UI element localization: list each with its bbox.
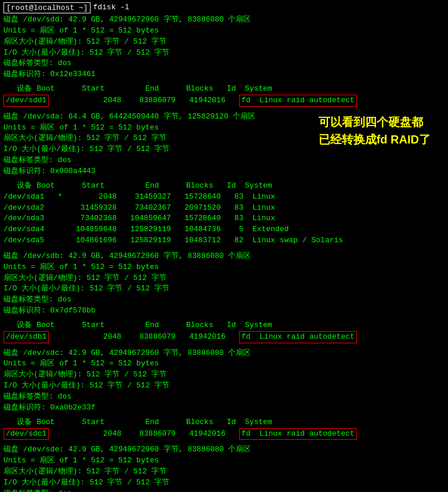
sdc-units: Units = 扇区 of 1 * 512 = 512 bytes bbox=[3, 358, 445, 369]
sdc-table-header: 设备 Boot Start End Blocks Id System bbox=[3, 417, 445, 428]
sda-id: 磁盘标识符: 0x000a4443 bbox=[3, 166, 445, 177]
sdc-row-1: /dev/sdc1 2048 83886079 41942016 fd Linu… bbox=[3, 428, 445, 440]
sdc-header-1: 磁盘 /dev/sdc: 42.9 GB, 42949672960 字节, 83… bbox=[3, 348, 445, 359]
sdd-units: Units = 扇区 of 1 * 512 = 512 bytes bbox=[3, 26, 445, 37]
sdb1-system-highlight: fd Linux raid autodetect bbox=[239, 331, 357, 343]
sdb-sector: 扇区大小(逻辑/物理): 512 字节 / 512 字节 bbox=[3, 273, 445, 284]
sdd1-system-highlight: fd Linux raid autodetect bbox=[239, 95, 357, 107]
section-sdb: 磁盘 /dev/sdb: 42.9 GB, 42949672960 字节, 83… bbox=[3, 251, 445, 343]
sdd-id: 磁盘标识符: 0x12e33461 bbox=[3, 69, 445, 80]
sda-label: 磁盘标签类型: dos bbox=[3, 155, 445, 166]
sdb1-device-highlight: /dev/sdb1 bbox=[3, 331, 49, 343]
sdd-io: I/O 大小(最小/最佳): 512 字节 / 512 字节 bbox=[3, 48, 445, 59]
section-sdc: 磁盘 /dev/sdc: 42.9 GB, 42949672960 字节, 83… bbox=[3, 348, 445, 440]
sdd1-device-highlight: /dev/sdd1 bbox=[3, 95, 49, 107]
sdb-id: 磁盘标识符: 0x7df578bb bbox=[3, 306, 445, 317]
sdb-label: 磁盘标签类型: dos bbox=[3, 295, 445, 306]
prompt-line: [root@localhost ~] fdisk -l bbox=[3, 2, 445, 13]
sdd-header-1: 磁盘 /dev/sdd: 42.9 GB, 42949672960 字节, 83… bbox=[3, 15, 445, 26]
sda-row-3: /dev/sda3 73402368 104859647 15728640 83… bbox=[3, 213, 445, 224]
sde-sector: 扇区大小(逻辑/物理): 512 字节 / 512 字节 bbox=[3, 466, 445, 477]
sdd-table-header: 设备 Boot Start End Blocks Id System bbox=[3, 84, 445, 95]
command-text: fdisk -l bbox=[93, 2, 129, 13]
sde-header-1: 磁盘 /dev/sde: 42.9 GB, 42949672960 字节, 83… bbox=[3, 444, 445, 455]
sdc-label: 磁盘标签类型: dos bbox=[3, 392, 445, 403]
sde-label: 磁盘标签类型: dos bbox=[3, 489, 445, 492]
annotation-text: 可以看到四个硬盘都 已经转换成fd RAID了 bbox=[319, 113, 431, 148]
sda-row-4: /dev/sda4 104859648 125829119 10484736 5… bbox=[3, 224, 445, 235]
sdb-table-header: 设备 Boot Start End Blocks Id System bbox=[3, 320, 445, 331]
sdb-io: I/O 大小(最小/最佳): 512 字节 / 512 字节 bbox=[3, 283, 445, 295]
sdc-io: I/O 大小(最小/最佳): 512 字节 / 512 字节 bbox=[3, 380, 445, 392]
sdb-header-1: 磁盘 /dev/sdb: 42.9 GB, 42949672960 字节, 83… bbox=[3, 251, 445, 262]
sda-table-header: 设备 Boot Start End Blocks Id System bbox=[3, 181, 445, 192]
sda-row-1: /dev/sda1 * 2048 31459327 15728640 83 Li… bbox=[3, 192, 445, 203]
sdb-units: Units = 扇区 of 1 * 512 = 512 bytes bbox=[3, 262, 445, 273]
sdc-id: 磁盘标识符: 0xa0b2e33f bbox=[3, 403, 445, 414]
section-sde: 磁盘 /dev/sde: 42.9 GB, 42949672960 字节, 83… bbox=[3, 444, 445, 492]
sda-row-5: /dev/sda5 104861696 125829119 10483712 8… bbox=[3, 235, 445, 246]
sdc1-device-highlight: /dev/sdc1 bbox=[3, 428, 49, 440]
sdb-row-1: /dev/sdb1 2048 83886079 41942016 fd Linu… bbox=[3, 331, 445, 343]
prompt-box: [root@localhost ~] bbox=[3, 2, 91, 13]
sdd-row-1: /dev/sdd1 2048 83886079 41942016 fd Linu… bbox=[3, 95, 445, 107]
sdd-sector: 扇区大小(逻辑/物理): 512 字节 / 512 字节 bbox=[3, 37, 445, 48]
sdd-label: 磁盘标签类型: dos bbox=[3, 58, 445, 69]
sde-io: I/O 大小(最小/最佳): 512 字节 / 512 字节 bbox=[3, 477, 445, 489]
sdc-sector: 扇区大小(逻辑/物理): 512 字节 / 512 字节 bbox=[3, 369, 445, 380]
section-sdd: 磁盘 /dev/sdd: 42.9 GB, 42949672960 字节, 83… bbox=[3, 15, 445, 107]
sda-row-2: /dev/sda2 31459328 73402367 20971520 83 … bbox=[3, 203, 445, 214]
sdc1-system-highlight: fd Linux raid autodetect bbox=[239, 428, 357, 440]
sde-units: Units = 扇区 of 1 * 512 = 512 bytes bbox=[3, 455, 445, 466]
